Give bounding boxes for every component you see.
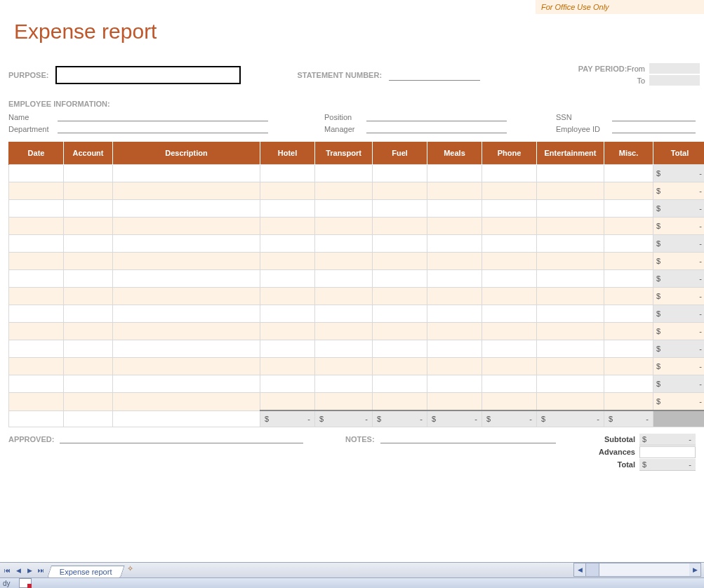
- employee-id-input[interactable]: [612, 123, 696, 133]
- table-cell[interactable]: [260, 375, 315, 393]
- table-cell[interactable]: [9, 253, 64, 270]
- table-cell[interactable]: [537, 288, 604, 305]
- table-cell[interactable]: [9, 375, 64, 393]
- table-cell[interactable]: [9, 235, 64, 253]
- table-cell[interactable]: [315, 305, 373, 323]
- table-cell[interactable]: [260, 270, 315, 288]
- table-cell[interactable]: [9, 165, 64, 182]
- table-cell[interactable]: [604, 200, 653, 218]
- table-cell[interactable]: [315, 358, 373, 375]
- table-cell[interactable]: [315, 182, 373, 200]
- scroll-right-icon[interactable]: ▶: [689, 563, 700, 576]
- table-cell[interactable]: [260, 323, 315, 340]
- table-cell[interactable]: [113, 182, 260, 200]
- table-cell[interactable]: [604, 235, 653, 253]
- table-cell[interactable]: [373, 375, 427, 393]
- table-cell[interactable]: [9, 340, 64, 358]
- table-cell[interactable]: [315, 200, 373, 218]
- table-cell[interactable]: [373, 218, 427, 235]
- table-cell[interactable]: [537, 358, 604, 375]
- table-cell[interactable]: [64, 288, 113, 305]
- table-cell[interactable]: [9, 323, 64, 340]
- table-cell[interactable]: [9, 270, 64, 288]
- table-cell[interactable]: [260, 165, 315, 182]
- table-cell[interactable]: [64, 200, 113, 218]
- table-cell[interactable]: [260, 218, 315, 235]
- table-cell[interactable]: [482, 182, 537, 200]
- table-cell[interactable]: [537, 375, 604, 393]
- table-cell[interactable]: [537, 218, 604, 235]
- table-cell[interactable]: [64, 358, 113, 375]
- notes-input[interactable]: [380, 433, 556, 443]
- table-cell[interactable]: [260, 182, 315, 200]
- table-cell[interactable]: [482, 200, 537, 218]
- table-cell[interactable]: [64, 235, 113, 253]
- table-cell[interactable]: [315, 375, 373, 393]
- table-cell[interactable]: [9, 393, 64, 411]
- table-cell[interactable]: [113, 235, 260, 253]
- table-cell[interactable]: [315, 393, 373, 411]
- table-cell[interactable]: [113, 375, 260, 393]
- table-cell[interactable]: [113, 253, 260, 270]
- table-cell[interactable]: [260, 358, 315, 375]
- table-cell[interactable]: [427, 323, 482, 340]
- table-cell[interactable]: [482, 358, 537, 375]
- table-cell[interactable]: [373, 200, 427, 218]
- table-cell[interactable]: [537, 182, 604, 200]
- table-cell[interactable]: [537, 270, 604, 288]
- table-cell[interactable]: [260, 253, 315, 270]
- table-cell[interactable]: [113, 270, 260, 288]
- table-cell[interactable]: [373, 288, 427, 305]
- table-cell[interactable]: [482, 288, 537, 305]
- table-cell[interactable]: [64, 305, 113, 323]
- table-cell[interactable]: [482, 393, 537, 411]
- table-cell[interactable]: [113, 393, 260, 411]
- table-cell[interactable]: [113, 200, 260, 218]
- table-cell[interactable]: [373, 270, 427, 288]
- table-cell[interactable]: [604, 358, 653, 375]
- table-cell[interactable]: [373, 182, 427, 200]
- table-cell[interactable]: [260, 305, 315, 323]
- table-cell[interactable]: [113, 358, 260, 375]
- table-cell[interactable]: [315, 323, 373, 340]
- table-cell[interactable]: [604, 165, 653, 182]
- table-cell[interactable]: [427, 288, 482, 305]
- table-cell[interactable]: [537, 393, 604, 411]
- tab-first-icon[interactable]: ⏮: [2, 566, 12, 575]
- from-input[interactable]: [649, 63, 700, 74]
- table-cell[interactable]: [604, 323, 653, 340]
- table-cell[interactable]: [315, 165, 373, 182]
- table-cell[interactable]: [9, 358, 64, 375]
- table-cell[interactable]: [113, 165, 260, 182]
- table-cell[interactable]: [537, 305, 604, 323]
- table-cell[interactable]: [427, 270, 482, 288]
- table-cell[interactable]: [373, 323, 427, 340]
- tab-next-icon[interactable]: ▶: [25, 566, 34, 575]
- table-cell[interactable]: [373, 235, 427, 253]
- statement-input[interactable]: [389, 70, 480, 81]
- table-cell[interactable]: [373, 253, 427, 270]
- table-cell[interactable]: [427, 340, 482, 358]
- table-cell[interactable]: [604, 375, 653, 393]
- table-cell[interactable]: [260, 340, 315, 358]
- table-cell[interactable]: [64, 253, 113, 270]
- to-input[interactable]: [649, 75, 700, 86]
- table-cell[interactable]: [373, 165, 427, 182]
- table-cell[interactable]: [427, 165, 482, 182]
- table-cell[interactable]: [427, 235, 482, 253]
- table-cell[interactable]: [482, 323, 537, 340]
- table-cell[interactable]: [604, 253, 653, 270]
- table-cell[interactable]: [373, 358, 427, 375]
- table-cell[interactable]: [9, 288, 64, 305]
- manager-input[interactable]: [366, 123, 507, 133]
- table-cell[interactable]: [64, 323, 113, 340]
- table-cell[interactable]: [427, 358, 482, 375]
- table-cell[interactable]: [373, 393, 427, 411]
- table-cell[interactable]: [9, 218, 64, 235]
- table-cell[interactable]: [482, 235, 537, 253]
- table-cell[interactable]: [537, 200, 604, 218]
- table-cell[interactable]: [537, 340, 604, 358]
- table-cell[interactable]: [373, 340, 427, 358]
- name-input[interactable]: [58, 111, 268, 121]
- table-cell[interactable]: [315, 340, 373, 358]
